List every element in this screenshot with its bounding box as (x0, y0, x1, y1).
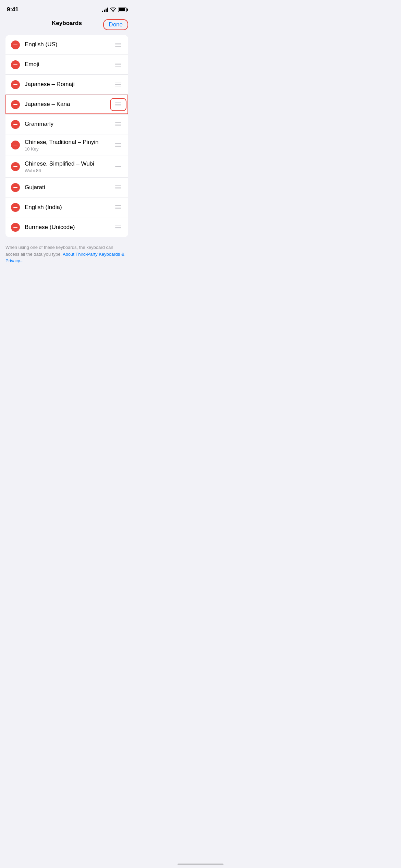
list-item: Japanese – Romaji (5, 75, 128, 95)
item-content: Chinese, Traditional – Pinyin10 Key (25, 138, 114, 152)
status-time: 9:41 (7, 6, 19, 13)
item-content: Burmese (Unicode) (25, 224, 114, 231)
list-item: Grammarly (5, 114, 128, 134)
remove-button-grammarly[interactable] (11, 120, 20, 129)
remove-button-japanese-romaji[interactable] (11, 80, 20, 89)
item-subtitle: Wubi 86 (25, 168, 114, 173)
signal-icon (102, 7, 108, 12)
item-title: Emoji (25, 61, 114, 68)
drag-handle-gujarati[interactable] (114, 184, 123, 191)
item-title: Burmese (Unicode) (25, 224, 114, 231)
item-title: Gujarati (25, 184, 114, 191)
drag-handle-japanese-romaji[interactable] (114, 81, 123, 88)
list-item: Gujarati (5, 178, 128, 197)
remove-button-chinese-traditional-pinyin[interactable] (11, 141, 20, 149)
item-content: Gujarati (25, 184, 114, 191)
item-content: Grammarly (25, 120, 114, 128)
item-content: Japanese – Romaji (25, 81, 114, 88)
status-bar: 9:41 (0, 0, 134, 17)
drag-handle-chinese-traditional-pinyin[interactable] (114, 142, 123, 148)
done-button[interactable]: Done (103, 19, 128, 30)
drag-handle-burmese-unicode[interactable] (114, 224, 123, 231)
item-content: English (US) (25, 41, 114, 48)
list-item: Chinese, Simplified – WubiWubi 86 (5, 156, 128, 178)
drag-handle-grammarly[interactable] (114, 121, 123, 128)
remove-button-gujarati[interactable] (11, 183, 20, 192)
footer-note: When using one of these keyboards, the k… (0, 240, 134, 268)
item-title: Chinese, Traditional – Pinyin (25, 138, 114, 146)
remove-button-japanese-kana[interactable] (11, 100, 20, 109)
remove-button-emoji[interactable] (11, 60, 20, 69)
list-item: English (US) (5, 35, 128, 55)
item-content: English (India) (25, 204, 114, 211)
drag-handle-english-india[interactable] (114, 204, 123, 210)
item-content: Japanese – Kana (25, 100, 114, 108)
battery-icon (118, 8, 127, 12)
item-title: Japanese – Kana (25, 100, 114, 108)
item-content: Emoji (25, 61, 114, 68)
remove-button-chinese-simplified-wubi[interactable] (11, 162, 20, 171)
wifi-icon (110, 8, 116, 12)
list-item: English (India) (5, 197, 128, 217)
item-content: Chinese, Simplified – WubiWubi 86 (25, 160, 114, 173)
remove-button-english-us[interactable] (11, 40, 20, 49)
drag-handle-chinese-simplified-wubi[interactable] (114, 164, 123, 170)
item-title: Chinese, Simplified – Wubi (25, 160, 114, 168)
page-title: Keyboards (52, 20, 82, 27)
item-title: English (India) (25, 204, 114, 211)
drag-handle-japanese-kana[interactable] (114, 101, 123, 108)
drag-handle-emoji[interactable] (114, 61, 123, 68)
keyboard-list: English (US)EmojiJapanese – RomajiJapane… (5, 35, 128, 237)
nav-header: Keyboards Done (0, 17, 134, 32)
remove-button-burmese-unicode[interactable] (11, 223, 20, 232)
item-title: English (US) (25, 41, 114, 48)
list-item: Emoji (5, 55, 128, 75)
item-title: Grammarly (25, 120, 114, 128)
drag-handle-english-us[interactable] (114, 41, 123, 48)
list-item: Chinese, Traditional – Pinyin10 Key (5, 134, 128, 156)
item-subtitle: 10 Key (25, 146, 114, 152)
list-item: Burmese (Unicode) (5, 217, 128, 237)
remove-button-english-india[interactable] (11, 203, 20, 212)
item-title: Japanese – Romaji (25, 81, 114, 88)
list-item: Japanese – Kana (5, 95, 128, 114)
status-icons (102, 7, 127, 12)
